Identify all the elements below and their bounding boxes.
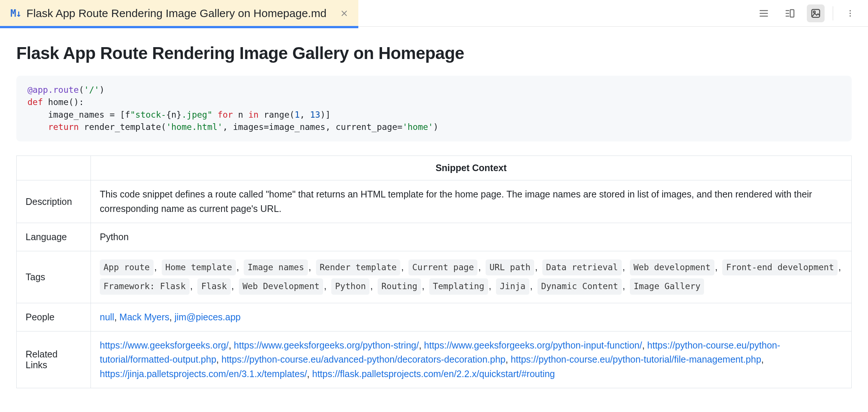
related-link[interactable]: https://python-course.eu/advanced-python…	[221, 354, 506, 364]
tab-bar: M↓ Flask App Route Rendering Image Galle…	[0, 0, 868, 27]
toolbar-separator	[833, 6, 833, 20]
tag-chip: Dynamic Content	[537, 278, 622, 295]
tag-chip: Flask	[197, 278, 230, 295]
person-link[interactable]: Mack Myers	[119, 312, 170, 322]
row-label-description: Description	[17, 180, 91, 223]
row-value-people: null, Mack Myers, jim@pieces.app	[91, 303, 852, 331]
related-link[interactable]: https://python-course.eu/python-tutorial…	[511, 354, 761, 364]
row-label-tags: Tags	[17, 251, 91, 303]
person-link[interactable]: null	[100, 312, 114, 322]
tag-chip: URL path	[486, 259, 534, 276]
related-link[interactable]: https://flask.palletsprojects.com/en/2.2…	[312, 369, 555, 379]
tag-chip: Framework: Flask	[100, 278, 190, 295]
tag-chip: Image Gallery	[630, 278, 704, 295]
tag-chip: Render template	[316, 259, 401, 276]
row-value-description: This code snippet defines a route called…	[91, 180, 852, 223]
row-value-tags: App route, Home template, Image names, R…	[91, 251, 852, 303]
related-link[interactable]: https://jinja.palletsprojects.com/en/3.1…	[100, 369, 307, 379]
table-row: Language Python	[17, 223, 852, 251]
row-label-links: Related Links	[17, 331, 91, 388]
more-icon[interactable]	[841, 4, 859, 22]
tag-chip: Routing	[378, 278, 421, 295]
tag-chip: App route	[100, 259, 154, 276]
tag-chip: Templating	[429, 278, 488, 295]
tag-chip: Jinja	[496, 278, 529, 295]
table-header-main: Snippet Context	[91, 156, 852, 180]
preview-icon[interactable]	[807, 4, 825, 22]
tag-chip: Web development	[630, 259, 714, 276]
person-link[interactable]: jim@pieces.app	[174, 312, 240, 322]
table-row: Tags App route, Home template, Image nam…	[17, 251, 852, 303]
split-view-icon[interactable]	[781, 4, 799, 22]
related-link[interactable]: https://www.geeksforgeeks.org/	[100, 340, 228, 350]
svg-point-8	[813, 11, 815, 13]
preview-pane: Flask App Route Rendering Image Gallery …	[0, 27, 868, 388]
preview-toolbar	[755, 4, 868, 22]
code-block: @app.route('/') def home(): image_names …	[16, 76, 852, 141]
active-tab[interactable]: M↓ Flask App Route Rendering Image Galle…	[0, 0, 358, 27]
row-value-language: Python	[91, 223, 852, 251]
tag-chip: Data retrieval	[542, 259, 622, 276]
related-link[interactable]: https://www.geeksforgeeks.org/python-inp…	[424, 340, 642, 350]
tag-chip: Python	[331, 278, 369, 295]
table-row: Related Links https://www.geeksforgeeks.…	[17, 331, 852, 388]
row-value-links: https://www.geeksforgeeks.org/, https://…	[91, 331, 852, 388]
table-row: People null, Mack Myers, jim@pieces.app	[17, 303, 852, 331]
tab-filename: Flask App Route Rendering Image Gallery …	[26, 7, 326, 20]
tag-chip: Image names	[244, 259, 308, 276]
table-row: Description This code snippet defines a …	[17, 180, 852, 223]
svg-point-9	[849, 10, 851, 12]
context-table: Snippet Context Description This code sn…	[16, 156, 852, 388]
tag-chip: Current page	[408, 259, 477, 276]
tag-chip: Web Development	[239, 278, 323, 295]
close-tab-button[interactable]	[339, 8, 349, 19]
markdown-file-icon: M↓	[10, 8, 21, 19]
svg-rect-6	[790, 10, 794, 17]
row-label-people: People	[17, 303, 91, 331]
page-title: Flask App Route Rendering Image Gallery …	[16, 43, 852, 63]
tag-chip: Home template	[162, 259, 236, 276]
svg-point-10	[849, 13, 851, 14]
svg-point-11	[849, 15, 851, 17]
row-label-language: Language	[17, 223, 91, 251]
tag-chip: Front-end development	[722, 259, 838, 276]
related-link[interactable]: https://www.geeksforgeeks.org/python-str…	[234, 340, 419, 350]
list-view-icon[interactable]	[755, 4, 773, 22]
table-header-empty	[17, 156, 91, 180]
